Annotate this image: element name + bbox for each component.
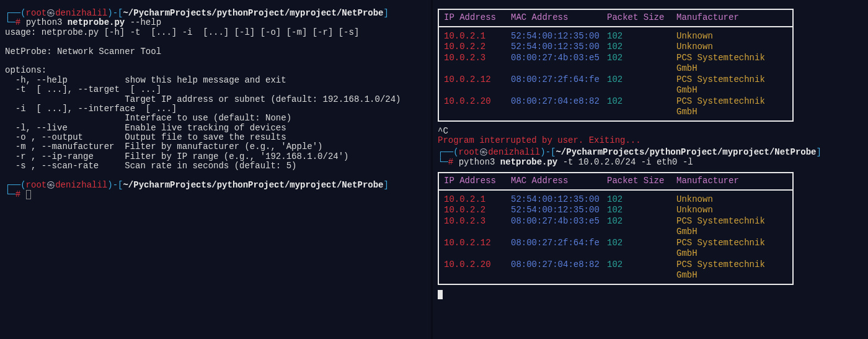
cell-mac: 52:54:00:12:35:00 bbox=[506, 194, 602, 206]
cell-mac: 08:00:27:2f:64:fe bbox=[506, 75, 602, 96]
prompt-input-empty[interactable]: └─# bbox=[5, 190, 426, 199]
table-row: 10.0.2.2008:00:27:04:e8:82102PCS Systemt… bbox=[439, 260, 792, 281]
cell-mac: 52:54:00:12:35:00 bbox=[506, 31, 602, 42]
left-terminal-pane[interactable]: ┌──(root㉿denizhalil)-[~/PycharmProjects/… bbox=[0, 0, 431, 339]
option-line: -o , --output Output file to save the re… bbox=[5, 133, 426, 142]
blank bbox=[5, 37, 426, 47]
table-body: 10.0.2.152:54:00:12:35:00102Unknown10.0.… bbox=[439, 27, 792, 120]
table-row: 10.0.2.308:00:27:4b:03:e5102PCS Systemte… bbox=[439, 53, 792, 75]
col-header-mac: MAC Address bbox=[506, 173, 602, 189]
cell-ip: 10.0.2.2 bbox=[439, 42, 506, 53]
results-table-1: IP Address MAC Address Packet Size Manuf… bbox=[438, 9, 794, 122]
table-row: 10.0.2.152:54:00:12:35:00102Unknown bbox=[439, 31, 792, 42]
cell-pkt: 102 bbox=[602, 96, 671, 118]
table-header-row: IP Address MAC Address Packet Size Manuf… bbox=[439, 173, 792, 191]
prompt-line-1: ┌──(root㉿denizhalil)-[~/PycharmProjects/… bbox=[5, 9, 426, 18]
col-header-mac: MAC Address bbox=[506, 10, 602, 26]
cell-ip: 10.0.2.12 bbox=[439, 238, 506, 260]
option-line: Interface to use (default: None) bbox=[5, 114, 426, 123]
tool-title: NetProbe: Network Scanner Tool bbox=[5, 47, 426, 56]
cell-pkt: 102 bbox=[602, 53, 671, 75]
table-row: 10.0.2.1208:00:27:2f:64:fe102PCS Systemt… bbox=[439, 238, 792, 260]
prompt-line-2: ┌──(root㉿denizhalil)-[~/PycharmProjects/… bbox=[5, 181, 426, 190]
cell-pkt: 102 bbox=[602, 194, 671, 206]
cell-ip: 10.0.2.2 bbox=[439, 205, 506, 216]
option-line: -m , --manufacturer Filter by manufactur… bbox=[5, 142, 426, 151]
cursor-icon bbox=[26, 190, 31, 199]
cursor-icon bbox=[438, 290, 443, 299]
command-line-scan: └─# python3 netprobe.py -t 10.0.2.0/24 -… bbox=[438, 158, 863, 167]
cell-mfr: Unknown bbox=[671, 205, 792, 216]
cell-mac: 52:54:00:12:35:00 bbox=[506, 205, 602, 216]
cell-ip: 10.0.2.3 bbox=[439, 216, 506, 238]
cell-mac: 08:00:27:04:e8:82 bbox=[506, 260, 602, 281]
cell-mfr: PCS Systemtechnik GmbH bbox=[671, 260, 792, 281]
blank bbox=[5, 171, 426, 181]
cell-mfr: PCS Systemtechnik GmbH bbox=[671, 216, 792, 238]
cell-ip: 10.0.2.3 bbox=[439, 53, 506, 75]
cell-ip: 10.0.2.1 bbox=[439, 31, 506, 42]
cell-mac: 08:00:27:4b:03:e5 bbox=[506, 53, 602, 75]
table-row: 10.0.2.252:54:00:12:35:00102Unknown bbox=[439, 205, 792, 216]
cell-pkt: 102 bbox=[602, 238, 671, 260]
prompt-line-3: ┌──(root㉿denizhalil)-[~/PycharmProjects/… bbox=[438, 148, 863, 157]
cell-mfr: Unknown bbox=[671, 31, 792, 42]
blank bbox=[5, 56, 426, 66]
table-header-row: IP Address MAC Address Packet Size Manuf… bbox=[439, 10, 792, 27]
cell-mfr: PCS Systemtechnik GmbH bbox=[671, 53, 792, 75]
interrupt-signal: ^C bbox=[438, 127, 863, 136]
cell-mfr: PCS Systemtechnik GmbH bbox=[671, 96, 792, 118]
cell-pkt: 102 bbox=[602, 216, 671, 238]
cell-pkt: 102 bbox=[602, 42, 671, 53]
cell-ip: 10.0.2.20 bbox=[439, 260, 506, 281]
option-line: -h, --help show this help message and ex… bbox=[5, 76, 426, 85]
usage-line: usage: netprobe.py [-h] -t [...] -i [...… bbox=[5, 28, 426, 37]
cell-mfr: PCS Systemtechnik GmbH bbox=[671, 75, 792, 96]
option-line: -i [ ...], --interface [ ...] bbox=[5, 104, 426, 114]
cell-mfr: Unknown bbox=[671, 194, 792, 206]
table-row: 10.0.2.252:54:00:12:35:00102Unknown bbox=[439, 42, 792, 53]
col-header-pkt: Packet Size bbox=[602, 10, 671, 26]
options-header: options: bbox=[5, 66, 426, 75]
table-row: 10.0.2.2008:00:27:04:e8:82102PCS Systemt… bbox=[439, 96, 792, 118]
option-line: -s , --scan-rate Scan rate in seconds (d… bbox=[5, 161, 426, 171]
cell-mac: 52:54:00:12:35:00 bbox=[506, 42, 602, 53]
col-header-mfr: Manufacturer bbox=[671, 173, 792, 189]
option-line: Target IP address or subnet (default: 19… bbox=[5, 95, 426, 104]
table-row: 10.0.2.1208:00:27:2f:64:fe102PCS Systemt… bbox=[439, 75, 792, 96]
cursor-line[interactable] bbox=[438, 290, 863, 299]
command-line-help: └─# python3 netprobe.py --help bbox=[5, 18, 426, 27]
cell-pkt: 102 bbox=[602, 205, 671, 216]
table-body: 10.0.2.152:54:00:12:35:00102Unknown10.0.… bbox=[439, 191, 792, 284]
option-line: -t [ ...], --target [ ...] bbox=[5, 85, 426, 94]
col-header-pkt: Packet Size bbox=[602, 173, 671, 189]
cell-pkt: 102 bbox=[602, 75, 671, 96]
option-line: -r , --ip-range Filter by IP range (e.g.… bbox=[5, 152, 426, 161]
cell-ip: 10.0.2.1 bbox=[439, 194, 506, 206]
table-row: 10.0.2.308:00:27:4b:03:e5102PCS Systemte… bbox=[439, 216, 792, 238]
cell-ip: 10.0.2.12 bbox=[439, 75, 506, 96]
cell-mac: 08:00:27:04:e8:82 bbox=[506, 96, 602, 118]
results-table-2: IP Address MAC Address Packet Size Manuf… bbox=[438, 172, 794, 285]
col-header-ip: IP Address bbox=[439, 10, 506, 26]
cell-mac: 08:00:27:4b:03:e5 bbox=[506, 216, 602, 238]
interrupt-message: Program interrupted by user. Exiting... bbox=[438, 136, 863, 145]
cell-mac: 08:00:27:2f:64:fe bbox=[506, 238, 602, 260]
cell-pkt: 102 bbox=[602, 260, 671, 281]
option-line: -l, --live Enable live tracking of devic… bbox=[5, 124, 426, 133]
col-header-ip: IP Address bbox=[439, 173, 506, 189]
right-terminal-pane[interactable]: IP Address MAC Address Packet Size Manuf… bbox=[433, 0, 868, 339]
cell-ip: 10.0.2.20 bbox=[439, 96, 506, 118]
cell-mfr: PCS Systemtechnik GmbH bbox=[671, 238, 792, 260]
cell-mfr: Unknown bbox=[671, 42, 792, 53]
col-header-mfr: Manufacturer bbox=[671, 10, 792, 26]
cell-pkt: 102 bbox=[602, 31, 671, 42]
table-row: 10.0.2.152:54:00:12:35:00102Unknown bbox=[439, 194, 792, 206]
